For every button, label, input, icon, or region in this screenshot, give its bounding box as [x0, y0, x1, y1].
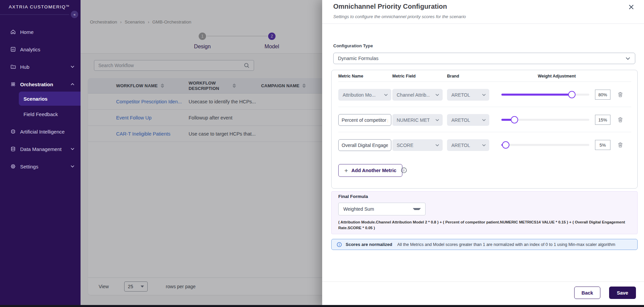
metric-field-value: SCORE [392, 143, 430, 148]
formula-method-value: Weighted Sum [339, 206, 374, 212]
metric-field-select[interactable]: Channel Attrib... [392, 89, 443, 101]
drawer-title: Omnichannel Priority Configuration [333, 3, 447, 10]
metric-field-value: Channel Attrib... [392, 92, 430, 98]
brand-select[interactable]: ARETOL [447, 114, 489, 126]
info-icon [337, 242, 342, 247]
brand-value: ARETOL [447, 92, 476, 98]
formula-method-select[interactable]: Weighted Sum [338, 203, 426, 215]
metric-name-select[interactable]: Attribution Mo... [338, 89, 391, 101]
slider-track[interactable] [501, 144, 589, 146]
sidebar-item-settings[interactable]: Settings [0, 158, 81, 174]
metric-field-value: NUMERIC MET... [392, 117, 430, 123]
add-another-metric-button[interactable]: + Add Another Metric [338, 164, 402, 177]
sidebar-item-field-feedback[interactable]: Field Feedback [19, 107, 81, 121]
sidebar-item-artificial-intelligence[interactable]: AI Artificial Intelligence [0, 123, 81, 140]
delete-metric-icon[interactable] [617, 92, 623, 98]
weight-value-input[interactable] [595, 90, 610, 100]
modal-backdrop[interactable] [81, 0, 322, 307]
sidebar-item-hub[interactable]: Hub [0, 59, 81, 75]
metric-name-input[interactable] [338, 114, 391, 126]
metric-field-select[interactable]: SCORE [392, 139, 443, 151]
chevron-down-icon [621, 57, 630, 60]
analytics-icon [10, 46, 16, 52]
ai-chip-icon: AI [10, 129, 16, 135]
weight-value-input[interactable] [595, 140, 610, 150]
drawer-subtitle: Settings to configure the omnichannel pr… [333, 14, 466, 19]
final-formula-section: Final Formula Weighted Sum ( Attribution… [331, 191, 638, 234]
weight-slider[interactable] [501, 93, 589, 97]
delete-metric-icon[interactable] [617, 142, 623, 148]
sidebar-item-label: Artificial Intelligence [20, 129, 65, 135]
banner-title: Scores are normalized [346, 242, 392, 247]
sidebar-item-label: Orchestration [20, 82, 53, 87]
metric-configuration-card: Metric Name Metric Field Brand Weight Ad… [331, 70, 638, 189]
delete-metric-icon[interactable] [617, 117, 623, 123]
chevron-up-icon [70, 83, 75, 86]
chevron-down-icon [70, 65, 75, 68]
omnichannel-priority-configuration-drawer: Omnichannel Priority Configuration Setti… [322, 0, 644, 307]
chevron-down-icon [431, 144, 439, 147]
info-icon[interactable] [401, 167, 407, 173]
slider-fill [501, 94, 572, 96]
slider-handle[interactable] [511, 116, 518, 123]
metric-field-select[interactable]: NUMERIC MET... [392, 114, 443, 126]
svg-text:AI: AI [12, 131, 14, 133]
divider [322, 23, 644, 24]
slider-handle[interactable] [502, 141, 509, 149]
weight-value-input[interactable] [595, 115, 610, 125]
brand-value: ARETOL [447, 117, 476, 123]
screen-bottom-edge [0, 305, 644, 307]
hub-icon [10, 64, 16, 70]
app-screen: Orchestration › Scenarios › GMB-Orchestr… [0, 0, 644, 307]
sidebar-item-analytics[interactable]: Analytics [0, 41, 81, 57]
divider [0, 14, 69, 15]
sidebar-item-data-management[interactable]: Data Management [0, 141, 81, 157]
metric-name-input[interactable] [338, 139, 391, 151]
sidebar-item-orchestration[interactable]: Orchestration [0, 76, 81, 92]
normalization-info-banner: Scores are normalized All the Metrics an… [331, 239, 638, 250]
sidebar-item-label: Scenarios [23, 96, 48, 102]
brand-column-label: Brand [447, 74, 459, 79]
metric-table-header: Metric Name Metric Field Brand Weight Ad… [338, 70, 631, 82]
chevron-down-icon [70, 165, 75, 168]
home-icon [10, 29, 16, 35]
metric-row: NUMERIC MET... ARETOL [338, 107, 631, 132]
chevron-down-icon [431, 119, 439, 121]
orchestration-icon [10, 81, 16, 87]
plus-icon: + [344, 167, 348, 174]
banner-text: All the Metrics and Model scores greater… [397, 242, 615, 247]
brand-select[interactable]: ARETOL [447, 89, 489, 101]
brand-select[interactable]: ARETOL [447, 139, 489, 151]
logo-text: AXTRIA CUSTOMERIQ [9, 4, 66, 9]
brand-value: ARETOL [447, 143, 476, 148]
sidebar-item-label: Hub [20, 64, 30, 70]
dropdown-arrow-icon [413, 208, 421, 210]
weight-slider[interactable] [501, 118, 589, 122]
configuration-type-select[interactable]: Dynamic Formulas [333, 53, 635, 64]
sidebar-item-scenarios[interactable]: Scenarios [19, 92, 81, 106]
sidebar-item-label: Settings [20, 164, 38, 169]
close-icon[interactable] [627, 3, 636, 11]
database-icon [10, 146, 16, 152]
app-logo: AXTRIA CUSTOMERIQTM [9, 4, 69, 9]
sidebar-collapse-button[interactable]: « [70, 10, 79, 19]
metric-row: Attribution Mo... Channel Attrib... ARET… [338, 82, 631, 107]
add-metric-label: Add Another Metric [351, 168, 396, 173]
chevron-down-icon [431, 94, 439, 96]
sidebar-item-label: Data Management [20, 146, 61, 152]
slider-handle[interactable] [568, 91, 576, 98]
chevron-down-icon [380, 94, 388, 96]
metric-field-column-label: Metric Field [392, 74, 415, 79]
metric-name-value: Attribution Mo... [338, 92, 378, 98]
formula-text: ( Attribution Module.Channel Attribution… [338, 219, 632, 231]
chevron-down-icon [478, 94, 486, 96]
gear-icon [10, 163, 16, 169]
weight-slider[interactable] [501, 143, 589, 147]
back-button[interactable]: Back [574, 287, 600, 299]
save-button[interactable]: Save [609, 287, 636, 299]
sidebar: AXTRIA CUSTOMERIQTM « Home Analytics [0, 0, 81, 307]
final-formula-label: Final Formula [338, 194, 368, 199]
metric-name-column-label: Metric Name [338, 74, 363, 79]
sidebar-item-home[interactable]: Home [0, 24, 81, 40]
sidebar-item-label: Home [20, 29, 34, 35]
